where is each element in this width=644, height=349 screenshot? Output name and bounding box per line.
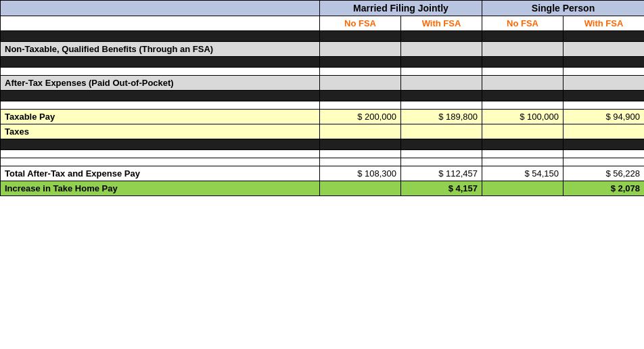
after-tax-label: After-Tax Expenses (Paid Out-of-Pocket): [1, 76, 320, 91]
fsa-comparison-table: Married Filing Jointly Single Person No …: [0, 0, 644, 196]
header-empty-label: [1, 1, 320, 16]
mfj-with-fsa-header: With FSA: [401, 16, 482, 31]
taxes-label: Taxes: [1, 124, 320, 139]
sp-increase-value: $ 2,078: [564, 181, 644, 196]
header-row2-empty: [1, 16, 320, 31]
increase-row: Increase in Take Home Pay $ 4,157 $ 2,07…: [1, 181, 645, 196]
sp-with-fsa-taxable-value: $ 94,900: [564, 110, 644, 124]
dark-separator-1: [1, 31, 645, 42]
header-row-1: Married Filing Jointly Single Person: [1, 1, 645, 16]
spacer-1: [1, 68, 645, 76]
non-taxable-label: Non-Taxable, Qualified Benefits (Through…: [1, 42, 320, 57]
mfj-header: Married Filing Jointly: [320, 1, 482, 16]
spacer-4: [1, 158, 645, 166]
sp-with-fsa-total-value: $ 56,228: [564, 166, 644, 181]
taxes-row: Taxes: [1, 124, 645, 139]
total-row: Total After-Tax and Expense Pay $ 108,30…: [1, 166, 645, 181]
taxable-pay-label: Taxable Pay: [1, 110, 320, 124]
mfj-with-fsa-taxable-value: $ 189,800: [401, 110, 482, 124]
mfj-increase-value: $ 4,157: [401, 181, 482, 196]
mfj-no-fsa-total-value: $ 108,300: [320, 166, 401, 181]
spacer-3: [1, 150, 645, 158]
after-tax-row: After-Tax Expenses (Paid Out-of-Pocket): [1, 76, 645, 91]
sp-header: Single Person: [482, 1, 644, 16]
sp-no-fsa-taxable-value: $ 100,000: [482, 110, 564, 124]
dark-separator-4: [1, 139, 645, 150]
taxable-pay-row: Taxable Pay $ 200,000 $ 189,800 $ 100,00…: [1, 110, 645, 124]
non-taxable-row: Non-Taxable, Qualified Benefits (Through…: [1, 42, 645, 57]
increase-label: Increase in Take Home Pay: [1, 181, 320, 196]
dark-separator-3: [1, 91, 645, 101]
mfj-no-fsa-taxable-value: $ 200,000: [320, 110, 401, 124]
spacer-2: [1, 101, 645, 110]
dark-separator-2: [1, 57, 645, 68]
sp-no-fsa-total-value: $ 54,150: [482, 166, 564, 181]
mfj-no-fsa-header: No FSA: [320, 16, 401, 31]
sp-with-fsa-header: With FSA: [564, 16, 644, 31]
total-label: Total After-Tax and Expense Pay: [1, 166, 320, 181]
mfj-with-fsa-total-value: $ 112,457: [401, 166, 482, 181]
header-row-2: No FSA With FSA No FSA With FSA: [1, 16, 645, 31]
sp-no-fsa-header: No FSA: [482, 16, 564, 31]
